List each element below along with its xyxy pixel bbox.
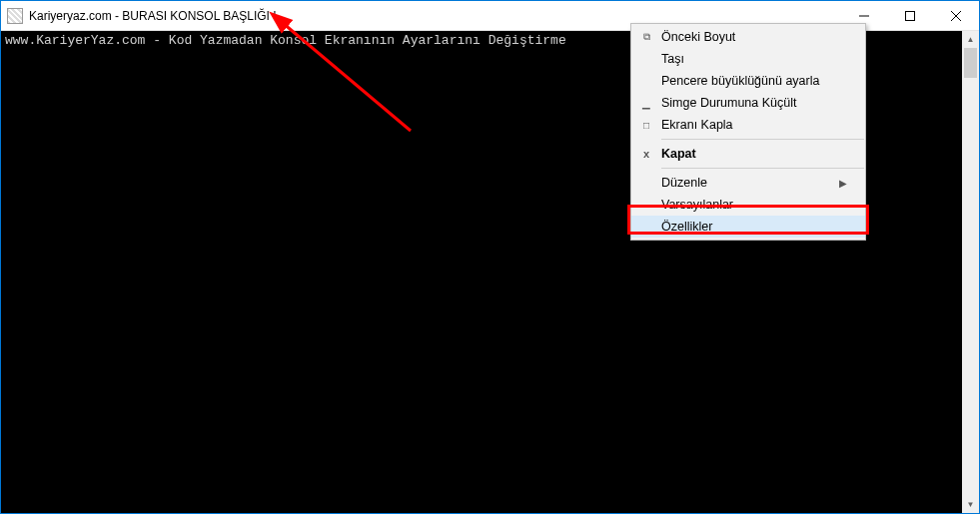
vertical-scrollbar[interactable]: ▲ ▼: [962, 31, 979, 513]
maximize-icon: □: [631, 120, 661, 131]
menu-restore[interactable]: ⧉ Önceki Boyut: [631, 26, 865, 48]
console-line: www.KariyerYaz.com - Kod Yazmadan Konsol…: [5, 33, 566, 48]
menu-size[interactable]: Pencere büyüklüğünü ayarla: [631, 70, 865, 92]
scroll-up-button[interactable]: ▲: [962, 31, 979, 48]
minimize-icon: ▁: [631, 98, 661, 109]
restore-icon: ⧉: [631, 31, 661, 43]
scroll-track[interactable]: [962, 48, 979, 496]
app-icon[interactable]: [7, 8, 23, 24]
menu-properties[interactable]: Özellikler: [631, 216, 865, 238]
system-context-menu: ⧉ Önceki Boyut Taşı Pencere büyüklüğünü …: [630, 23, 866, 241]
menu-separator: [661, 168, 864, 169]
menu-separator: [661, 139, 864, 140]
menu-defaults[interactable]: Varsayılanlar: [631, 194, 865, 216]
menu-maximize[interactable]: □ Ekranı Kapla: [631, 114, 865, 136]
window-title: Kariyeryaz.com - BURASI KONSOL BAŞLIĞI !: [29, 9, 277, 23]
close-button[interactable]: [933, 1, 979, 30]
scroll-thumb[interactable]: [964, 48, 977, 78]
svg-rect-1: [906, 11, 915, 20]
maximize-button[interactable]: [887, 1, 933, 30]
menu-move[interactable]: Taşı: [631, 48, 865, 70]
menu-minimize[interactable]: ▁ Simge Durumuna Küçült: [631, 92, 865, 114]
submenu-arrow-icon: ▶: [833, 178, 847, 189]
menu-close[interactable]: x Kapat: [631, 143, 865, 165]
scroll-down-button[interactable]: ▼: [962, 496, 979, 513]
menu-edit[interactable]: Düzenle ▶: [631, 172, 865, 194]
close-icon: x: [631, 148, 661, 160]
